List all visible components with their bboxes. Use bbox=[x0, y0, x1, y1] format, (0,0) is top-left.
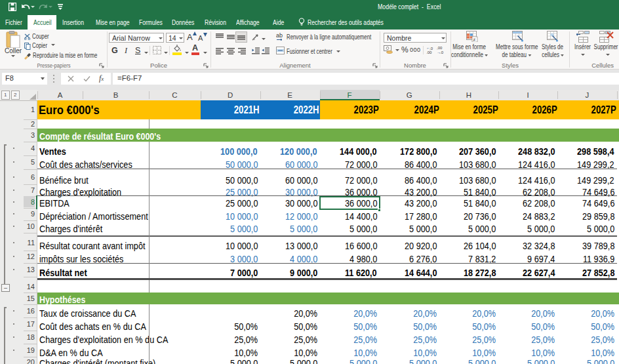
svg-text:ab: ab bbox=[276, 32, 283, 39]
svg-text:,00: ,00 bbox=[426, 51, 432, 54]
svg-text:≠: ≠ bbox=[473, 37, 476, 42]
